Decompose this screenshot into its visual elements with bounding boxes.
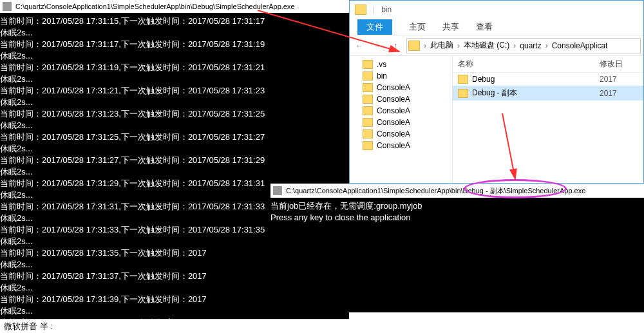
explorer-window: | bin 文件 主页 共享 查看 ← → ↑ › 此电脑 › 本地磁盘 (C:… [349, 0, 644, 184]
col-date[interactable]: 修改日 [600, 59, 638, 70]
chevron-right-icon: › [512, 41, 517, 50]
chevron-right-icon: › [456, 41, 461, 50]
console-line: 休眠2s... [0, 120, 349, 131]
item-name: Debug [472, 75, 596, 84]
folder-icon [363, 95, 373, 104]
item-date: 2017 [600, 75, 638, 84]
console2-body[interactable]: 当前job已经存在，无需调度:group.myjobPress any key … [270, 198, 644, 224]
file-list: 名称 修改日 Debug 2017 Debug - 副本 2017 [453, 56, 643, 183]
folder-icon [363, 106, 373, 115]
console-line: 休眠2s... [0, 50, 349, 62]
ribbon-tabs: 文件 主页 共享 查看 [350, 19, 643, 35]
tree-item[interactable]: ConsoleA [350, 82, 452, 93]
app-icon [273, 186, 282, 195]
crumb[interactable]: 此电脑 [429, 40, 455, 51]
crumb[interactable]: ConsoleApplicat [551, 41, 609, 50]
folder-icon [363, 129, 373, 138]
tree-label: ConsoleA [377, 118, 410, 127]
tree-item[interactable]: ConsoleA [350, 93, 452, 105]
folder-icon [363, 71, 373, 81]
tab-home[interactable]: 主页 [409, 21, 426, 33]
console-line: 休眠2s... [0, 27, 349, 39]
forward-button[interactable]: → [370, 39, 384, 53]
folder-icon [363, 141, 373, 150]
up-button[interactable]: ↑ [388, 39, 402, 53]
app-icon [3, 2, 12, 11]
tab-share[interactable]: 共享 [442, 21, 459, 33]
tree-label: ConsoleA [377, 95, 410, 104]
console-line: 当前时间：2017/05/28 17:31:15,下一次触发时间：2017/05… [0, 15, 349, 27]
console-line: 当前时间：2017/05/28 17:31:17,下一次触发时间：2017/05… [0, 39, 349, 50]
tree-item[interactable]: ConsoleA [350, 128, 452, 140]
item-name: Debug - 副本 [472, 88, 596, 99]
folder-icon [363, 83, 373, 92]
tree-label: bin [377, 71, 387, 81]
tree-label: ConsoleA [377, 83, 410, 92]
console1-titlebar[interactable]: C:\quartz\ConsoleApplication1\SimpleSche… [0, 0, 349, 13]
tree-label: ConsoleA [377, 141, 410, 150]
sep-icon: | [373, 5, 375, 14]
console-line: 当前job已经存在，无需调度:group.myjob [270, 200, 644, 212]
back-button[interactable]: ← [352, 39, 366, 53]
console-line: 休眠2s... [0, 97, 349, 108]
tree-item[interactable]: .vs [350, 59, 452, 70]
tree-label: ConsoleA [377, 129, 410, 138]
folder-icon [458, 89, 468, 98]
console-line: Press any key to close the application [270, 212, 644, 224]
ime-text: 微软拼音 半 : [4, 321, 53, 331]
console1-title-text: C:\quartz\ConsoleApplication1\SimpleSche… [15, 3, 295, 10]
console-line: 当前时间：2017/05/28 17:31:21,下一次触发时间：2017/05… [0, 85, 349, 97]
list-item[interactable]: Debug - 副本 2017 [453, 86, 643, 100]
console-line: 当前时间：2017/05/28 17:31:25,下一次触发时间：2017/05… [0, 131, 349, 143]
explorer-body: .vsbinConsoleAConsoleAConsoleAConsoleACo… [350, 56, 643, 183]
console-line: 当前时间：2017/05/28 17:31:23,下一次触发时间：2017/05… [0, 108, 349, 120]
folder-icon [458, 75, 468, 84]
crumb[interactable]: quartz [518, 41, 542, 50]
folder-icon [363, 60, 373, 69]
list-header[interactable]: 名称 修改日 [453, 56, 643, 73]
console2-titlebar[interactable]: C:\quartz\ConsoleApplication1\SimpleSche… [270, 184, 644, 198]
console-window-2: C:\quartz\ConsoleApplication1\SimpleSche… [270, 184, 644, 312]
tree-item[interactable]: ConsoleA [350, 117, 452, 128]
ime-bar: 微软拼音 半 : [0, 319, 349, 333]
console-line: 休眠2s... [0, 73, 349, 85]
console-line: 当前时间：2017/05/28 17:31:27,下一次触发时间：2017/05… [0, 155, 349, 166]
quickbar-path: bin [381, 5, 638, 14]
item-date: 2017 [600, 89, 638, 98]
tree-label: ConsoleA [377, 106, 410, 115]
folder-icon [355, 5, 366, 15]
crumb[interactable]: 本地磁盘 (C:) [462, 40, 511, 51]
tab-file[interactable]: 文件 [357, 19, 392, 35]
folder-tree[interactable]: .vsbinConsoleAConsoleAConsoleAConsoleACo… [350, 56, 453, 183]
tab-view[interactable]: 查看 [476, 21, 493, 33]
folder-icon [363, 118, 373, 127]
chevron-right-icon: › [422, 41, 428, 50]
breadcrumb[interactable]: › 此电脑 › 本地磁盘 (C:) › quartz › ConsoleAppl… [406, 38, 641, 53]
col-name[interactable]: 名称 [458, 59, 600, 70]
chevron-right-icon: › [544, 41, 549, 50]
tree-item[interactable]: ConsoleA [350, 105, 452, 117]
nav-bar: ← → ↑ › 此电脑 › 本地磁盘 (C:) › quartz › Conso… [350, 35, 643, 56]
list-item[interactable]: Debug 2017 [453, 73, 643, 86]
folder-icon [408, 41, 420, 51]
console2-title-text: C:\quartz\ConsoleApplication1\SimpleSche… [286, 186, 585, 196]
tree-item[interactable]: bin [350, 70, 452, 82]
console-line: 休眠2s... [0, 143, 349, 155]
console-line: 休眠2s... [0, 166, 349, 178]
tree-label: .vs [377, 60, 386, 69]
explorer-quickbar[interactable]: | bin [350, 1, 643, 19]
console-line: 当前时间：2017/05/28 17:31:19,下一次触发时间：2017/05… [0, 62, 349, 73]
tree-item[interactable]: ConsoleA [350, 140, 452, 151]
